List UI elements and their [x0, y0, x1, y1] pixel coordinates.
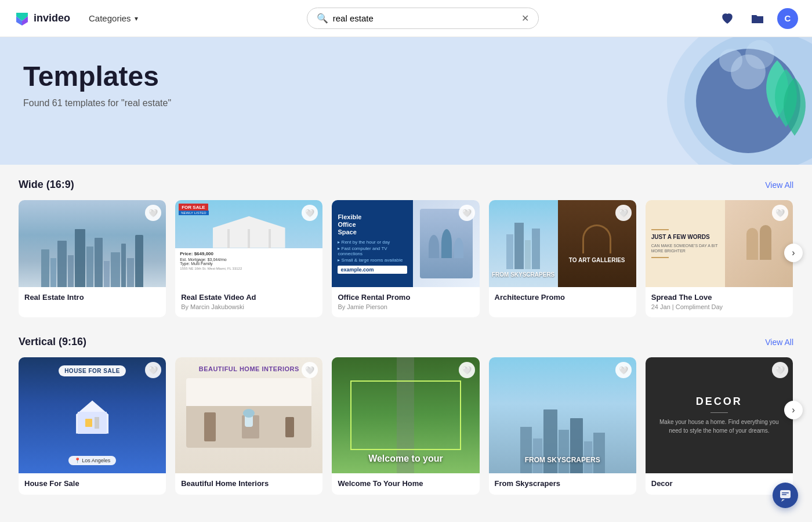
- wide-section: Wide (16:9) View All: [19, 179, 793, 317]
- template-name-v3: From Skyscrapers: [495, 479, 630, 488]
- template-info-4: Spread The Love 24 Jan | Compliment Day: [646, 287, 793, 317]
- template-card-architecture[interactable]: FROM SKYSCRAPERS TO ART GALLERIES 🤍: [489, 200, 636, 317]
- template-info-1: Real Estate Video Ad By Marcin Jakubowsk…: [175, 287, 322, 317]
- arch-from-text: FROM SKYSCRAPERS: [492, 271, 554, 278]
- template-card-welcome[interactable]: Welcome to your 🤍 Welcome To Your Home: [332, 357, 479, 495]
- template-thumb-welcome: Welcome to your 🤍: [332, 357, 479, 473]
- template-info-3: Architecture Promo: [489, 287, 636, 309]
- office-detail-2: ▸ Fast computer and TV connections: [338, 246, 407, 256]
- welcome-text: Welcome to your: [368, 454, 443, 464]
- template-thumb-skyscrapers-v: FROM SKYSCRAPERS 🤍: [489, 357, 636, 473]
- office-detail-1: ▸ Rent by the hour or day: [338, 240, 407, 245]
- favorite-btn-0[interactable]: 🤍: [145, 205, 161, 221]
- favorite-btn-2[interactable]: 🤍: [459, 205, 475, 221]
- chat-bubble-button[interactable]: [773, 483, 798, 508]
- wide-section-header: Wide (16:9) View All: [19, 179, 793, 191]
- favorite-btn-v2[interactable]: 🤍: [459, 362, 475, 378]
- template-name-4: Spread The Love: [651, 293, 787, 302]
- heart-icon: [721, 12, 734, 25]
- favorites-button[interactable]: [717, 8, 738, 29]
- categories-nav[interactable]: Categories ▾: [89, 13, 138, 23]
- arch-split: FROM SKYSCRAPERS TO ART GALLERIES: [489, 200, 636, 287]
- wide-next-arrow[interactable]: ›: [784, 244, 803, 262]
- template-thumb-for-sale: Price: $649,000 Est. Mortgage: $3,044/mo…: [175, 200, 322, 287]
- house-sale-badge: HOUSE FOR SALE: [59, 365, 126, 376]
- vertical-section: Vertical (9:16) View All HOUSE FOR SALE: [19, 336, 793, 495]
- template-thumb-decor: DECOR Make your house a home. Find every…: [646, 357, 793, 473]
- decor-title-text: DECOR: [696, 396, 742, 408]
- template-thumb-city: 🤍: [19, 200, 166, 287]
- folder-icon: [751, 13, 764, 24]
- template-info-0: Real Estate Intro: [19, 287, 166, 309]
- wide-view-all[interactable]: View All: [765, 180, 793, 190]
- vertical-view-all[interactable]: View All: [765, 338, 793, 347]
- favorite-btn-3[interactable]: 🤍: [615, 205, 632, 221]
- favorite-btn-v4[interactable]: 🤍: [772, 362, 788, 378]
- template-card-home-interiors[interactable]: BEAUTIFUL HOME INTERIORS: [175, 357, 322, 495]
- template-card-real-estate-ad[interactable]: Price: $649,000 Est. Mortgage: $3,044/mo…: [175, 200, 322, 317]
- template-thumb-spread: JUST A FEW WORDS CAN MAKE SOMEONE'S DAY …: [646, 200, 793, 287]
- template-info-v4: Decor: [646, 473, 793, 495]
- template-info-v2: Welcome To Your Home: [332, 473, 479, 495]
- template-sub-2: By Jamie Pierson: [338, 303, 473, 310]
- arch-to-text: TO ART GALLERIES: [569, 257, 625, 263]
- arch-left: FROM SKYSCRAPERS: [489, 200, 558, 287]
- template-card-decor[interactable]: DECOR Make your house a home. Find every…: [646, 357, 793, 495]
- search-clear-icon[interactable]: ✕: [521, 13, 529, 24]
- office-detail-3: ▸ Small & large rooms available: [338, 258, 407, 263]
- vertical-next-arrow[interactable]: ›: [784, 401, 803, 419]
- vertical-section-header: Vertical (9:16) View All: [19, 336, 793, 348]
- logo[interactable]: invideo: [14, 10, 70, 27]
- template-sub-4: 24 Jan | Compliment Day: [651, 303, 787, 310]
- los-angeles-label: 📍 Los Angeles: [68, 456, 117, 465]
- template-info-v0: House For Sale: [19, 473, 166, 495]
- office-url: example.com: [338, 266, 407, 274]
- search-input[interactable]: [333, 13, 517, 23]
- svg-rect-11: [782, 494, 786, 495]
- template-info-2: Office Rental Promo By Jamie Pierson: [332, 287, 479, 317]
- folders-button[interactable]: [747, 8, 768, 29]
- categories-label: Categories: [89, 13, 131, 23]
- template-name-2: Office Rental Promo: [338, 293, 473, 302]
- decor-body-text: Make your house a home. Find everything …: [655, 418, 784, 435]
- office-thumb-wrapper: FlexibleOfficeSpace ▸ Rent by the hour o…: [332, 200, 479, 287]
- office-flexible-text: FlexibleOfficeSpace: [338, 213, 407, 237]
- template-sub-1: By Marcin Jakubowski: [181, 303, 317, 310]
- template-card-real-estate-intro[interactable]: 🤍 Real Estate Intro: [19, 200, 166, 317]
- newly-listed-label: NEWLY LISTED: [179, 211, 208, 215]
- favorite-btn-v0[interactable]: 🤍: [145, 362, 161, 378]
- template-name-0: Real Estate Intro: [24, 293, 160, 302]
- favorite-btn-v3[interactable]: 🤍: [615, 362, 632, 378]
- template-thumb-house-sale: HOUSE FOR SALE 📍 Los Angeles 🤍: [19, 357, 166, 473]
- template-card-house-sale[interactable]: HOUSE FOR SALE 📍 Los Angeles 🤍: [19, 357, 166, 495]
- wide-section-title: Wide (16:9): [19, 179, 74, 191]
- skyscrapers-v-text: FROM SKYSCRAPERS: [525, 456, 600, 464]
- hero-decoration: [580, 37, 812, 165]
- favorite-btn-4[interactable]: 🤍: [772, 205, 788, 221]
- search-bar: 🔍 ✕: [138, 8, 708, 29]
- header: invideo Categories ▾ 🔍 ✕ C: [0, 0, 812, 37]
- mortgage-text: Est. Mortgage: $3,044/mo: [180, 258, 318, 262]
- vertical-templates-row: HOUSE FOR SALE 📍 Los Angeles 🤍: [19, 357, 793, 495]
- beautiful-home-text: BEAUTIFUL HOME INTERIORS: [193, 365, 305, 372]
- header-actions: C: [717, 8, 798, 29]
- hero-wave-svg: [580, 37, 812, 165]
- template-thumb-architecture: FROM SKYSCRAPERS TO ART GALLERIES 🤍: [489, 200, 636, 287]
- search-box-container: 🔍 ✕: [307, 8, 539, 29]
- template-card-spread-love[interactable]: JUST A FEW WORDS CAN MAKE SOMEONE'S DAY …: [646, 200, 793, 317]
- wide-templates-row: 🤍 Real Estate Intro: [19, 200, 793, 317]
- spread-sub-text: CAN MAKE SOMEONE'S DAY A BIT MORE BRIGHT…: [651, 243, 719, 253]
- hero-banner: Templates Found 61 templates for "real e…: [0, 37, 812, 165]
- template-thumb-home-interiors: BEAUTIFUL HOME INTERIORS: [175, 357, 322, 473]
- office-left: FlexibleOfficeSpace ▸ Rent by the hour o…: [332, 200, 413, 287]
- invideo-logo-icon: [14, 10, 30, 27]
- template-name-v2: Welcome To Your Home: [338, 479, 473, 488]
- chat-icon: [779, 489, 792, 502]
- template-card-office-promo[interactable]: FlexibleOfficeSpace ▸ Rent by the hour o…: [332, 200, 479, 317]
- template-info-v3: From Skyscrapers: [489, 473, 636, 495]
- template-name-v4: Decor: [651, 479, 787, 488]
- template-thumb-office: FlexibleOfficeSpace ▸ Rent by the hour o…: [332, 200, 479, 287]
- vertical-section-title: Vertical (9:16): [19, 336, 86, 348]
- template-card-skyscrapers-v[interactable]: FROM SKYSCRAPERS 🤍 From Skyscrapers: [489, 357, 636, 495]
- avatar[interactable]: C: [777, 8, 798, 29]
